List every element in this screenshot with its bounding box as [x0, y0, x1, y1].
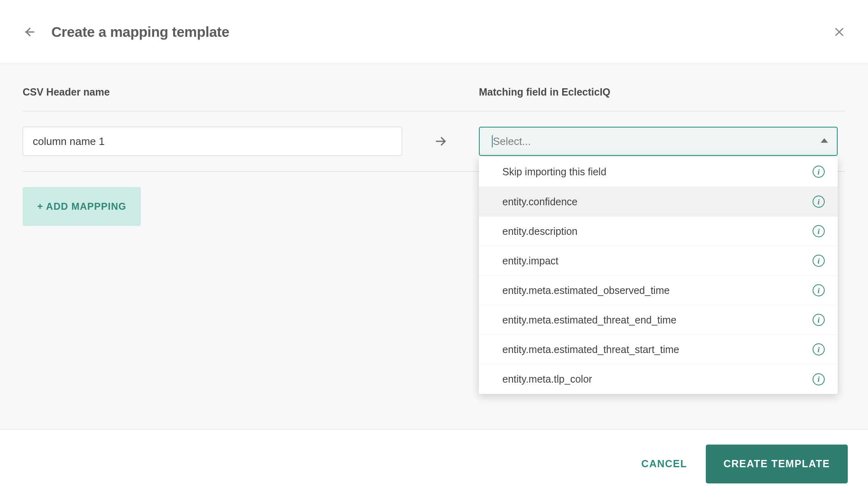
column-headers: CSV Header name Matching field in Eclect… — [23, 86, 845, 111]
dropdown-option[interactable]: entity.confidence — [479, 187, 838, 217]
arrow-right-icon — [402, 134, 479, 148]
divider — [23, 111, 845, 111]
text-cursor — [492, 135, 493, 147]
matching-field-select-wrapper: Select... Skip importing this fieldentit… — [479, 127, 838, 156]
close-icon[interactable] — [833, 26, 846, 38]
dropdown-option[interactable]: entity.impact — [479, 246, 838, 276]
dropdown-option[interactable]: entity.description — [479, 217, 838, 246]
dropdown-option-label: entity.confidence — [502, 196, 578, 208]
matching-field-select[interactable]: Select... — [479, 127, 838, 156]
matching-field-label: Matching field in EclecticIQ — [479, 86, 845, 98]
dropdown-option-label: entity.meta.estimated_observed_time — [502, 285, 670, 296]
dropdown-option[interactable]: entity.meta.estimated_threat_start_time — [479, 335, 838, 364]
dropdown-option[interactable]: entity.meta.estimated_threat_end_time — [479, 305, 838, 335]
dropdown-option-label: Skip importing this field — [502, 166, 606, 178]
header-left: Create a mapping template — [22, 24, 229, 40]
content-area: CSV Header name Matching field in Eclect… — [0, 64, 868, 429]
dropdown-option-label: entity.meta.estimated_threat_end_time — [502, 314, 676, 326]
cancel-button[interactable]: CANCEL — [637, 450, 691, 478]
field-dropdown[interactable]: Skip importing this fieldentity.confiden… — [479, 157, 838, 394]
dropdown-option-label: entity.impact — [502, 255, 558, 267]
info-icon[interactable] — [813, 373, 825, 385]
dropdown-option[interactable]: entity.meta.tlp_color — [479, 364, 838, 394]
csv-header-label: CSV Header name — [23, 86, 479, 98]
csv-header-input[interactable] — [23, 127, 402, 156]
info-icon[interactable] — [813, 284, 825, 296]
modal-header: Create a mapping template — [0, 0, 868, 64]
create-template-button[interactable]: CREATE TEMPLATE — [706, 445, 848, 483]
info-icon[interactable] — [813, 314, 825, 326]
mapping-row: Select... Skip importing this fieldentit… — [23, 127, 845, 171]
dropdown-option-label: entity.description — [502, 226, 578, 237]
modal-footer: CANCEL CREATE TEMPLATE — [0, 429, 868, 498]
info-icon[interactable] — [813, 225, 825, 237]
dropdown-option-label: entity.meta.tlp_color — [502, 373, 592, 385]
dropdown-option[interactable]: Skip importing this field — [479, 157, 838, 187]
dropdown-option[interactable]: entity.meta.estimated_observed_time — [479, 276, 838, 305]
info-icon[interactable] — [813, 255, 825, 267]
page-title: Create a mapping template — [51, 24, 229, 40]
back-arrow-icon[interactable] — [22, 25, 36, 39]
select-placeholder: Select... — [493, 135, 531, 148]
dropdown-option-label: entity.meta.estimated_threat_start_time — [502, 344, 679, 355]
add-mapping-button[interactable]: + ADD MAPPPING — [23, 187, 141, 226]
info-icon[interactable] — [813, 196, 825, 208]
info-icon[interactable] — [813, 343, 825, 355]
caret-up-icon — [821, 137, 828, 146]
info-icon[interactable] — [813, 166, 825, 178]
